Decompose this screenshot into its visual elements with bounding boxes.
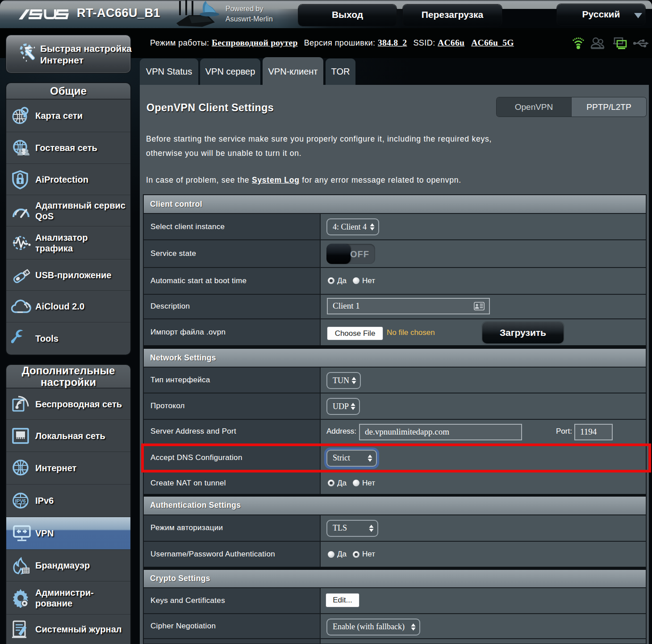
svg-text:IPV6: IPV6 [15,498,26,504]
